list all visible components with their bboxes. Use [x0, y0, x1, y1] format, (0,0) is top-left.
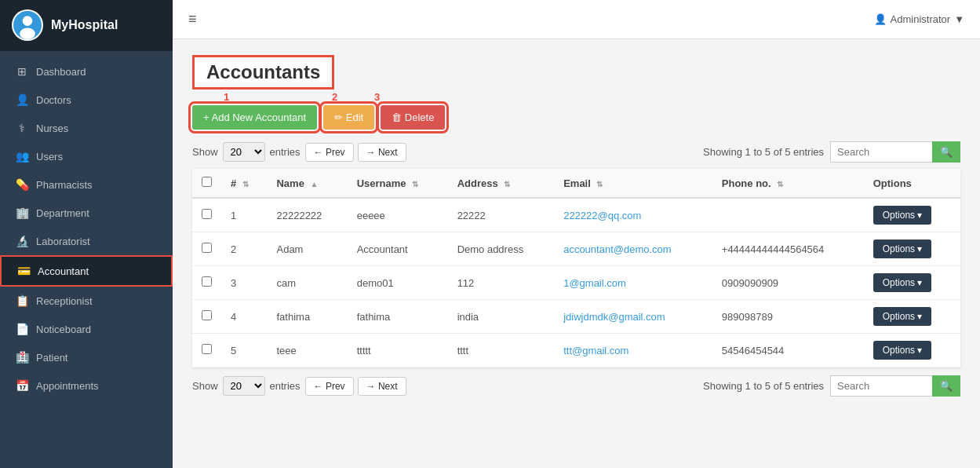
button-number-3: 3	[374, 91, 380, 103]
row-name: cam	[267, 266, 347, 300]
row-checkbox-1[interactable]	[202, 243, 212, 253]
options-button-4[interactable]: Options ▾	[873, 341, 932, 360]
sidebar-item-accountant[interactable]: 💳 Accountant	[0, 255, 173, 287]
accountant-icon: 💳	[17, 265, 30, 277]
row-checkbox-3[interactable]	[202, 310, 212, 320]
users-icon: 👥	[16, 150, 28, 163]
sidebar-label-patient: Patient	[36, 352, 67, 364]
search-button-bottom[interactable]: 🔍	[932, 375, 960, 397]
sidebar-label-accountant: Accountant	[38, 265, 89, 277]
sidebar-item-patient[interactable]: 🏥 Patient	[0, 343, 173, 371]
sidebar-item-noticeboard[interactable]: 📄 Noticeboard	[0, 315, 173, 343]
header-email: Email ⇅	[554, 169, 712, 198]
row-email: accountant@demo.com	[554, 232, 712, 266]
content-area: Accountants 1 2 3 + Add New Accountant ✏…	[173, 39, 980, 468]
main-content: ≡ 👤 Administrator ▼ Accountants 1 2 3 + …	[173, 0, 980, 468]
row-email: jdiwjdmdk@gmail.com	[554, 300, 712, 334]
nurses-icon: ⚕	[16, 122, 28, 134]
appointments-icon: 📅	[16, 379, 28, 392]
search-input-bottom[interactable]	[830, 375, 932, 397]
sort-phone-icon: ⇅	[777, 180, 783, 188]
department-icon: 🏢	[16, 207, 28, 219]
row-options-cell: Options ▾	[864, 266, 960, 300]
header-address: Address ⇅	[448, 169, 555, 198]
row-num: 2	[221, 232, 267, 266]
header-name: Name ▲	[267, 169, 347, 198]
table-row: 5 teee ttttt tttt ttt@gmail.com 54546454…	[192, 334, 960, 367]
sidebar-item-department[interactable]: 🏢 Department	[0, 199, 173, 227]
row-address: 112	[448, 266, 555, 300]
sidebar-item-pharmacists[interactable]: 💊 Pharmacists	[0, 170, 173, 199]
hamburger-button[interactable]: ≡	[188, 11, 197, 27]
sidebar-label-laboratorist: Laboratorist	[36, 236, 90, 247]
entries-select-bottom[interactable]: 20 50 100	[223, 376, 265, 396]
sidebar-item-users[interactable]: 👥 Users	[0, 142, 173, 170]
options-button-2[interactable]: Options ▾	[873, 273, 932, 292]
row-email: ttt@gmail.com	[554, 334, 712, 367]
row-phone: 989098789	[712, 300, 864, 334]
row-address: Demo address	[448, 232, 555, 266]
showing-text-bottom: Showing 1 to 5 of 5 entries	[703, 380, 824, 392]
options-button-0[interactable]: Options ▾	[873, 206, 932, 225]
row-email: 1@gmail.com	[554, 266, 712, 300]
sidebar-label-noticeboard: Noticeboard	[36, 324, 91, 335]
header-phone: Phone no. ⇅	[712, 169, 864, 198]
pagination-bottom: ← Prev → Next	[305, 377, 406, 396]
sidebar-item-nurses[interactable]: ⚕ Nurses	[0, 114, 173, 142]
row-options-cell: Options ▾	[864, 300, 960, 334]
row-checkbox-2[interactable]	[202, 276, 212, 287]
row-name: Adam	[267, 232, 347, 266]
delete-button[interactable]: 🗑 Delete	[381, 105, 445, 130]
avatar	[12, 9, 43, 41]
sidebar-item-dashboard[interactable]: ⊞ Dashboard	[0, 57, 173, 86]
prev-button-bottom[interactable]: ← Prev	[305, 377, 354, 396]
sidebar-label-dashboard: Dashboard	[36, 66, 86, 78]
page-title: Accountants	[192, 55, 334, 90]
options-button-3[interactable]: Options ▾	[873, 307, 932, 326]
sidebar: MyHospital ⊞ Dashboard 👤 Doctors ⚕ Nurse…	[0, 0, 173, 468]
row-checkbox-cell	[192, 198, 221, 232]
admin-label: Administrator	[891, 13, 951, 25]
header-num: # ⇅	[221, 169, 267, 198]
search-box-top: 🔍	[830, 141, 960, 163]
search-box-bottom: 🔍	[830, 375, 960, 397]
options-button-1[interactable]: Options ▾	[873, 239, 932, 258]
sidebar-logo: MyHospital	[0, 0, 173, 51]
entries-select[interactable]: 20 50 100	[223, 142, 265, 162]
search-input-top[interactable]	[830, 141, 932, 163]
row-phone: 0909090909	[712, 266, 864, 300]
row-checkbox-0[interactable]	[202, 209, 212, 219]
sidebar-label-receptionist: Receptionist	[36, 295, 93, 307]
showing-text-top: Showing 1 to 5 of 5 entries	[703, 146, 824, 158]
sidebar-item-appointments[interactable]: 📅 Appointments	[0, 371, 173, 400]
sidebar-item-laboratorist[interactable]: 🔬 Laboratorist	[0, 227, 173, 255]
row-num: 4	[221, 300, 267, 334]
add-new-accountant-button[interactable]: + Add New Accountant	[192, 105, 317, 130]
svg-point-1	[23, 16, 33, 26]
sort-num-icon: ⇅	[242, 180, 249, 188]
select-all-checkbox[interactable]	[202, 177, 212, 187]
sidebar-item-doctors[interactable]: 👤 Doctors	[0, 86, 173, 114]
topbar-right: 👤 Administrator ▼	[874, 13, 964, 25]
laboratorist-icon: 🔬	[16, 235, 28, 247]
row-name: fathima	[267, 300, 347, 334]
prev-button-top[interactable]: ← Prev	[305, 143, 354, 162]
next-button-top[interactable]: → Next	[358, 143, 406, 162]
topbar: ≡ 👤 Administrator ▼	[173, 0, 980, 39]
receptionist-icon: 📋	[16, 294, 28, 307]
sort-username-icon: ⇅	[412, 180, 418, 188]
next-button-bottom[interactable]: → Next	[358, 377, 406, 396]
row-username: eeeee	[348, 198, 448, 232]
edit-button[interactable]: ✏ Edit	[323, 105, 374, 130]
row-email: 222222@qq.com	[554, 198, 712, 232]
search-button-top[interactable]: 🔍	[932, 141, 960, 163]
row-phone: +44444444444564564	[712, 232, 864, 266]
sidebar-nav: ⊞ Dashboard 👤 Doctors ⚕ Nurses 👥 Users 💊…	[0, 51, 173, 406]
row-options-cell: Options ▾	[864, 334, 960, 367]
sidebar-item-receptionist[interactable]: 📋 Receptionist	[0, 287, 173, 315]
row-checkbox-4[interactable]	[202, 344, 212, 354]
topbar-left: ≡	[188, 11, 197, 27]
row-options-cell: Options ▾	[864, 232, 960, 266]
sidebar-label-pharmacists: Pharmacists	[36, 179, 93, 191]
admin-dropdown-icon[interactable]: ▼	[954, 13, 964, 25]
